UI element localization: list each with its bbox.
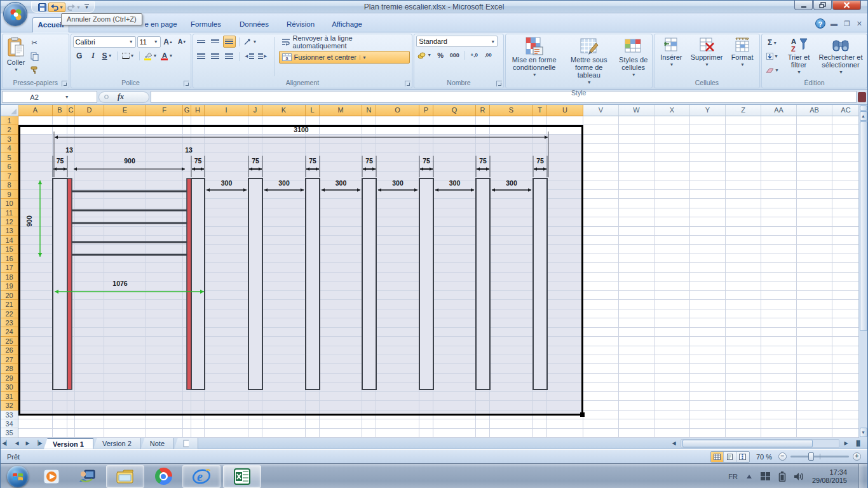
vscroll-split-box[interactable] (860, 105, 867, 111)
workbook-close-button[interactable]: ✕ (857, 20, 862, 28)
column-header-G[interactable]: G (183, 105, 191, 116)
column-header-Z[interactable]: Z (726, 105, 761, 116)
align-left-button[interactable] (195, 50, 208, 62)
column-header-AB[interactable]: AB (797, 105, 832, 116)
paste-button[interactable]: Coller ▼ (4, 36, 27, 78)
row-header-5[interactable]: 5 (1, 153, 18, 162)
zoom-out-button[interactable]: − (778, 452, 787, 461)
decrease-indent-button[interactable]: ◄ (243, 50, 255, 62)
merge-dropdown-arrow[interactable]: ▼ (360, 55, 367, 60)
row-header-28[interactable]: 28 (1, 364, 18, 373)
orientation-button[interactable]: ▼ (243, 36, 259, 48)
column-header-B[interactable]: B (53, 105, 67, 116)
column-header-N[interactable]: N (362, 105, 376, 116)
tab-affichage[interactable]: Affichage (325, 17, 369, 32)
row-header-3[interactable]: 3 (1, 135, 18, 144)
insert-worksheet-tab[interactable]: ✱ (174, 438, 198, 449)
taskbar-remote-assistance[interactable] (71, 465, 104, 488)
column-header-O[interactable]: O (376, 105, 419, 116)
taskbar-chrome[interactable] (147, 465, 180, 488)
row-header-19[interactable]: 19 (1, 281, 18, 290)
first-sheet-button[interactable]: ◀▏ (1, 438, 11, 449)
office-button[interactable] (3, 2, 27, 26)
close-button[interactable] (832, 1, 861, 10)
column-header-Q[interactable]: Q (433, 105, 476, 116)
row-header-27[interactable]: 27 (1, 355, 18, 364)
windows-update-flag-icon[interactable] (761, 472, 771, 481)
number-format-select[interactable]: Standard▼ (416, 36, 498, 47)
workbook-minimize-button[interactable]: ▬ (831, 20, 837, 27)
column-header-S[interactable]: S (490, 105, 533, 116)
hscroll-thumb[interactable] (682, 440, 813, 447)
column-header-V[interactable]: V (583, 105, 619, 116)
underline-button[interactable]: S▼ (101, 50, 114, 62)
column-header-J[interactable]: J (248, 105, 262, 116)
row-header-6[interactable]: 6 (1, 162, 18, 171)
align-right-button[interactable] (223, 50, 236, 62)
italic-button[interactable]: I (87, 50, 100, 62)
hscroll-right-arrow[interactable]: ▶ (841, 438, 851, 449)
next-sheet-button[interactable]: ▶ (22, 438, 33, 449)
vscroll-down-arrow[interactable]: ▼ (860, 428, 867, 437)
vscroll-thumb[interactable] (860, 121, 867, 331)
column-header-L[interactable]: L (306, 105, 320, 116)
zoom-in-button[interactable]: + (853, 452, 861, 461)
cell-styles-button[interactable]: Styles de cellules ▼ (617, 36, 650, 88)
formula-input[interactable] (151, 91, 857, 103)
insert-cells-button[interactable]: Insérer ▼ (658, 36, 684, 78)
column-header-X[interactable]: X (654, 105, 690, 116)
row-header-22[interactable]: 22 (1, 309, 18, 318)
zoom-track[interactable] (790, 456, 849, 458)
row-header-26[interactable]: 26 (1, 346, 18, 355)
column-header-AA[interactable]: AA (761, 105, 797, 116)
align-middle-button[interactable] (209, 36, 222, 48)
show-desktop-button[interactable] (858, 464, 864, 488)
row-header-10[interactable]: 10 (1, 199, 18, 208)
row-header-34[interactable]: 34 (1, 419, 18, 428)
column-header-K[interactable]: K (262, 105, 306, 116)
row-header-7[interactable]: 7 (1, 172, 18, 180)
fill-color-button[interactable]: ▼ (143, 50, 159, 62)
row-header-35[interactable]: 35 (1, 428, 18, 437)
row-header-18[interactable]: 18 (1, 273, 18, 281)
font-name-select[interactable]: Calibri▼ (73, 36, 136, 48)
row-header-1[interactable]: 1 (1, 116, 18, 125)
tab-donnees[interactable]: Données (233, 17, 275, 32)
speaker-icon[interactable] (794, 472, 804, 481)
row-header-25[interactable]: 25 (1, 337, 18, 346)
conditional-formatting-button[interactable]: Mise en forme conditionnelle ▼ (508, 36, 561, 88)
align-center-button[interactable] (209, 50, 222, 62)
column-header-E[interactable]: E (104, 105, 146, 116)
column-header-H[interactable]: H (191, 105, 205, 116)
column-header-A[interactable]: A (18, 105, 53, 116)
name-box-dropdown-arrow[interactable]: ▼ (65, 95, 69, 99)
help-icon[interactable]: ? (815, 18, 825, 29)
language-indicator[interactable]: FR (728, 473, 738, 480)
wrap-text-button[interactable]: Renvoyer à la ligne automatiquement (279, 36, 410, 48)
format-painter-button[interactable] (28, 64, 41, 76)
grow-font-button[interactable]: A▲ (162, 36, 175, 48)
delete-cells-button[interactable]: Supprimer ▼ (689, 36, 725, 78)
sort-filter-button[interactable]: A Z Trier et filtrer ▼ (781, 36, 817, 78)
page-layout-view-button[interactable] (724, 452, 736, 462)
row-header-8[interactable]: 8 (1, 180, 18, 189)
workbook-restore-button[interactable]: ❐ (844, 20, 850, 28)
column-header-U[interactable]: U (547, 105, 583, 116)
hscroll-left-arrow[interactable]: ◀ (668, 438, 679, 449)
column-header-Y[interactable]: Y (690, 105, 726, 116)
font-size-select[interactable]: 11▼ (137, 36, 161, 48)
paste-dropdown-arrow[interactable]: ▼ (14, 66, 18, 74)
row-header-33[interactable]: 33 (1, 410, 18, 419)
borders-button[interactable]: ▼ (121, 50, 136, 62)
tab-formules[interactable]: Formules (185, 17, 227, 32)
normal-view-button[interactable] (711, 452, 724, 462)
clipboard-dialog-launcher[interactable] (62, 81, 67, 86)
column-header-M[interactable]: M (320, 105, 362, 116)
font-color-button[interactable]: A ▼ (159, 50, 174, 62)
hidden-icons-arrow[interactable] (745, 474, 753, 479)
align-bottom-button[interactable] (223, 36, 236, 48)
column-header-I[interactable]: I (205, 105, 248, 116)
row-header-4[interactable]: 4 (1, 144, 18, 152)
find-select-button[interactable]: Rechercher et sélectionner ▼ (817, 36, 865, 78)
battery-icon[interactable] (778, 471, 786, 482)
